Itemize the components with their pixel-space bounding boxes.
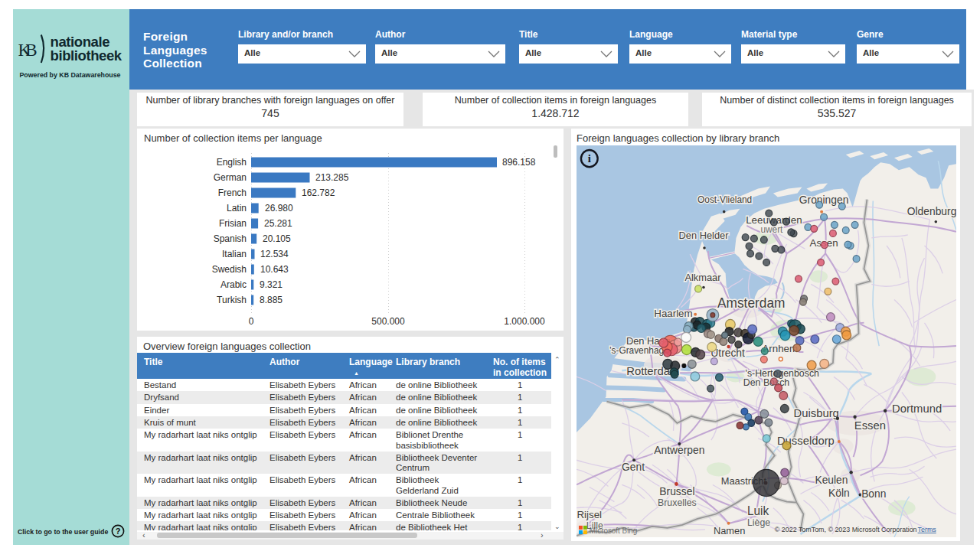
svg-text:Terms: Terms <box>918 526 937 533</box>
svg-text:Powered by KB Datawarehouse: Powered by KB Datawarehouse <box>20 71 121 79</box>
svg-text:Oldenburg: Oldenburg <box>907 205 956 217</box>
svg-text:German: German <box>214 172 247 183</box>
svg-text:Latin: Latin <box>227 203 247 214</box>
svg-text:Luik: Luik <box>747 504 769 517</box>
svg-text:Oost-Vlieland: Oost-Vlieland <box>697 194 752 204</box>
svg-text:213.285: 213.285 <box>315 172 349 183</box>
svg-text:9.321: 9.321 <box>260 279 283 290</box>
svg-text:Turkish: Turkish <box>217 295 247 305</box>
svg-text:Essen: Essen <box>854 419 886 432</box>
svg-text:Duisburg: Duisburg <box>794 406 839 419</box>
svg-text:1.000.000: 1.000.000 <box>504 316 545 327</box>
svg-text:Den Helder: Den Helder <box>679 230 730 241</box>
svg-text:Bruxelles: Bruxelles <box>658 497 697 508</box>
svg-text:26.980: 26.980 <box>265 203 293 214</box>
svg-text:10.643: 10.643 <box>260 264 289 275</box>
svg-text:0: 0 <box>249 316 254 327</box>
svg-text:Bonn: Bonn <box>861 487 886 499</box>
svg-text:Liège: Liège <box>747 517 770 528</box>
svg-text:Brussel: Brussel <box>659 484 694 497</box>
svg-text:Alkmaar: Alkmaar <box>684 272 721 283</box>
svg-text:Namen: Namen <box>714 525 745 536</box>
svg-text:25.281: 25.281 <box>264 218 292 229</box>
svg-text:Den Bosch: Den Bosch <box>743 377 789 388</box>
svg-text:Amsterdam: Amsterdam <box>717 295 785 310</box>
svg-text:8.885: 8.885 <box>260 295 283 305</box>
svg-text:Gent: Gent <box>622 461 645 473</box>
svg-text:162.782: 162.782 <box>302 187 335 198</box>
svg-text:Dortmund: Dortmund <box>892 402 942 415</box>
svg-text:French: French <box>218 187 247 198</box>
svg-text:Frisian: Frisian <box>219 218 247 229</box>
svg-text:Swedish: Swedish <box>212 264 247 275</box>
svg-text:'s-Gravenhage: 's-Gravenhage <box>609 345 669 356</box>
svg-text:896.158: 896.158 <box>502 157 536 168</box>
svg-text:?: ? <box>116 527 121 536</box>
svg-text:Rijsel: Rijsel <box>577 509 602 520</box>
svg-text:20.105: 20.105 <box>263 233 291 244</box>
svg-text:© 2022 TomTom, © 2023 Microsof: © 2022 TomTom, © 2023 Microsoft Corporat… <box>775 526 917 533</box>
svg-text:Antwerpen: Antwerpen <box>654 444 704 456</box>
svg-text:English: English <box>217 157 247 168</box>
svg-text:Microsoft Bing: Microsoft Bing <box>590 527 638 535</box>
svg-text:Keulen: Keulen <box>815 474 848 486</box>
svg-text:Arabic: Arabic <box>220 279 247 290</box>
svg-text:i: i <box>588 152 591 165</box>
svg-text:12.534: 12.534 <box>260 249 289 259</box>
svg-text:uwert: uwert <box>760 224 783 235</box>
svg-text:KB: KB <box>18 41 38 60</box>
svg-text:Spanish: Spanish <box>214 233 247 244</box>
svg-text:bibliotheek: bibliotheek <box>51 47 122 64</box>
svg-text:Italian: Italian <box>222 249 247 259</box>
svg-text:Haarlem: Haarlem <box>654 308 692 319</box>
svg-text:500.000: 500.000 <box>371 316 405 327</box>
svg-text:Köln: Köln <box>828 486 850 498</box>
